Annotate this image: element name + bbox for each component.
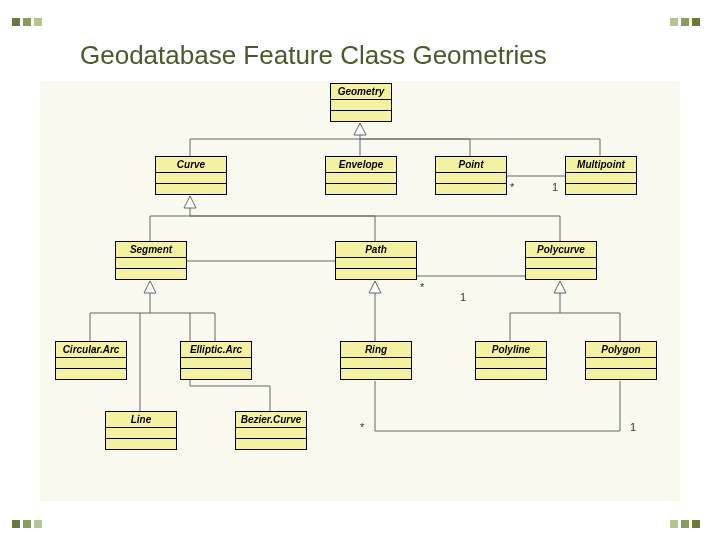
svg-marker-32 (554, 281, 566, 293)
class-polyline: Polyline (475, 341, 547, 380)
svg-marker-29 (369, 281, 381, 293)
corner-dots-tr (670, 12, 708, 26)
class-envelope: Envelope (325, 156, 397, 195)
class-polygon: Polygon (585, 341, 657, 380)
corner-dots-br (670, 514, 708, 528)
mult-one: 1 (460, 291, 466, 303)
corner-dots-bl (12, 514, 50, 528)
svg-marker-11 (184, 196, 196, 208)
class-path: Path (335, 241, 417, 280)
mult-star: * (510, 181, 514, 193)
corner-dots-tl (12, 12, 50, 26)
svg-marker-1 (354, 123, 366, 135)
class-curve: Curve (155, 156, 227, 195)
class-point: Point (435, 156, 507, 195)
uml-diagram: Geometry Curve Envelope Point Multipoint… (40, 81, 680, 501)
class-beziercurve: Bezier.Curve (235, 411, 307, 450)
mult-star: * (360, 421, 364, 433)
mult-star: * (420, 281, 424, 293)
mult-one: 1 (630, 421, 636, 433)
class-multipoint: Multipoint (565, 156, 637, 195)
class-ellipticarc: Elliptic.Arc (180, 341, 252, 380)
page-title: Geodatabase Feature Class Geometries (80, 40, 680, 71)
class-segment: Segment (115, 241, 187, 280)
class-ring: Ring (340, 341, 412, 380)
mult-one: 1 (552, 181, 558, 193)
svg-marker-20 (144, 281, 156, 293)
class-line: Line (105, 411, 177, 450)
class-circulararc: Circular.Arc (55, 341, 127, 380)
class-geometry: Geometry (330, 83, 392, 122)
class-polycurve: Polycurve (525, 241, 597, 280)
